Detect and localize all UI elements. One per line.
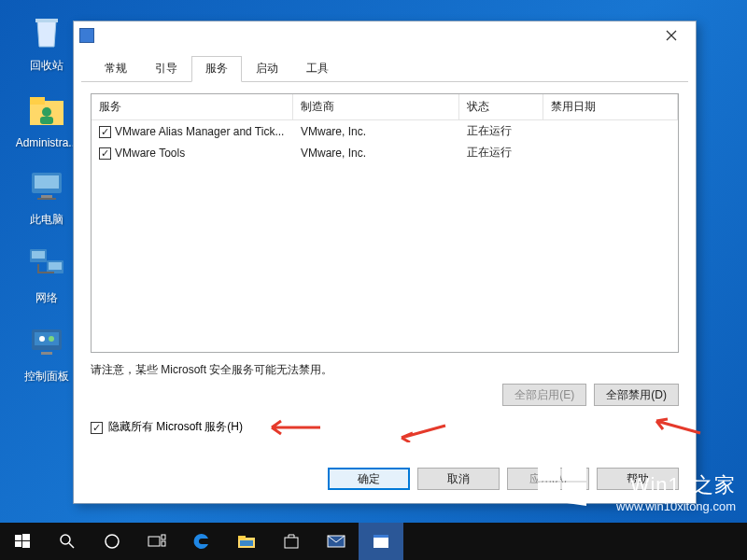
svg-rect-11 xyxy=(49,262,62,270)
list-header: 服务 制造商 状态 禁用日期 xyxy=(92,94,678,120)
svg-rect-5 xyxy=(35,175,59,189)
col-service[interactable]: 服务 xyxy=(92,94,293,119)
service-row[interactable]: VMware Tools VMware, Inc. 正在运行 xyxy=(92,142,678,163)
cancel-button[interactable]: 取消 xyxy=(417,468,500,490)
svg-rect-23 xyxy=(15,535,21,540)
taskbar-store[interactable] xyxy=(269,523,314,560)
svg-rect-15 xyxy=(35,332,59,345)
hide-ms-checkbox[interactable] xyxy=(91,422,103,434)
service-manufacturer: VMware, Inc. xyxy=(293,144,459,162)
watermark: Win10之家 www.win10xitong.com xyxy=(616,471,736,513)
note-text: 请注意，某些 Microsoft 安全服务可能无法禁用。 xyxy=(91,362,679,378)
folder-icon xyxy=(237,534,256,549)
service-checkbox[interactable] xyxy=(99,126,111,138)
tab-content: 服务 制造商 状态 禁用日期 VMware Alias Manager and … xyxy=(74,82,696,444)
taskbar-edge[interactable] xyxy=(179,523,224,560)
service-disabled-date xyxy=(543,150,678,156)
svg-rect-29 xyxy=(148,537,160,546)
service-name: VMware Tools xyxy=(115,147,185,160)
svg-rect-31 xyxy=(162,541,165,546)
taskbar-taskview[interactable] xyxy=(134,523,179,560)
user-folder-icon xyxy=(24,88,69,133)
svg-rect-30 xyxy=(162,535,165,539)
store-icon xyxy=(283,533,300,550)
taskbar-explorer[interactable] xyxy=(224,523,269,560)
taskbar-search[interactable] xyxy=(45,523,90,560)
svg-point-17 xyxy=(49,336,54,342)
control-panel-icon xyxy=(24,320,69,365)
svg-rect-3 xyxy=(40,117,53,124)
svg-rect-26 xyxy=(22,541,30,548)
svg-rect-10 xyxy=(32,251,45,259)
service-manufacturer: VMware, Inc. xyxy=(293,122,459,141)
svg-marker-20 xyxy=(562,457,586,481)
edge-icon xyxy=(192,532,211,551)
svg-point-27 xyxy=(61,535,70,544)
col-manufacturer[interactable]: 制造商 xyxy=(293,94,459,119)
msconfig-dialog: 常规 引导 服务 启动 工具 服务 制造商 状态 禁用日期 VMware Ali… xyxy=(73,21,697,504)
svg-rect-24 xyxy=(22,534,30,540)
windows-icon xyxy=(14,533,31,550)
svg-rect-33 xyxy=(238,536,246,539)
close-icon xyxy=(666,30,677,41)
services-list[interactable]: 服务 制造商 状态 禁用日期 VMware Alias Manager and … xyxy=(91,93,679,353)
taskbar-mail[interactable] xyxy=(314,523,359,560)
watermark-url: www.win10xitong.com xyxy=(616,499,736,513)
svg-marker-19 xyxy=(538,461,560,481)
computer-icon xyxy=(24,163,69,208)
svg-point-16 xyxy=(39,336,45,342)
svg-point-28 xyxy=(106,535,119,548)
svg-rect-7 xyxy=(37,198,56,200)
tab-startup[interactable]: 启动 xyxy=(242,56,292,82)
svg-rect-35 xyxy=(285,538,298,548)
mail-icon xyxy=(327,535,345,548)
taskview-icon xyxy=(148,534,166,549)
svg-rect-18 xyxy=(41,352,52,355)
taskbar[interactable] xyxy=(0,523,747,560)
taskbar-cortana[interactable] xyxy=(90,523,134,560)
tab-services[interactable]: 服务 xyxy=(191,56,242,82)
service-status: 正在运行 xyxy=(459,120,543,142)
disable-all-button[interactable]: 全部禁用(D) xyxy=(594,384,679,406)
tab-bar: 常规 引导 服务 启动 工具 xyxy=(81,49,688,82)
svg-point-2 xyxy=(42,107,51,117)
service-status: 正在运行 xyxy=(459,142,543,163)
svg-rect-25 xyxy=(15,541,21,547)
svg-rect-13 xyxy=(37,272,54,273)
svg-rect-1 xyxy=(30,97,45,105)
watermark-brand: Win10之家 xyxy=(616,471,736,499)
col-disabled-date[interactable]: 禁用日期 xyxy=(543,94,678,119)
windows-logo-icon xyxy=(536,455,588,508)
service-checkbox[interactable] xyxy=(99,147,111,160)
hide-ms-row[interactable]: 隐藏所有 Microsoft 服务(H) xyxy=(91,419,679,435)
service-row[interactable]: VMware Alias Manager and Tick... VMware,… xyxy=(92,120,678,142)
app-icon xyxy=(79,28,94,43)
search-icon xyxy=(59,533,76,550)
tab-tools[interactable]: 工具 xyxy=(292,56,343,82)
tab-boot[interactable]: 引导 xyxy=(141,56,191,82)
window-icon xyxy=(373,534,389,549)
svg-marker-21 xyxy=(538,483,560,502)
recycle-bin-icon xyxy=(24,9,69,54)
enable-all-button[interactable]: 全部启用(E) xyxy=(502,384,586,406)
svg-rect-6 xyxy=(41,195,52,198)
tab-general[interactable]: 常规 xyxy=(91,56,141,82)
svg-marker-22 xyxy=(562,483,586,506)
service-disabled-date xyxy=(543,129,678,134)
service-name: VMware Alias Manager and Tick... xyxy=(115,125,284,138)
network-icon xyxy=(24,242,69,287)
svg-rect-34 xyxy=(240,540,253,546)
hide-ms-label: 隐藏所有 Microsoft 服务(H) xyxy=(108,419,243,435)
taskbar-msconfig[interactable] xyxy=(359,523,403,560)
ok-button[interactable]: 确定 xyxy=(328,468,410,490)
titlebar[interactable] xyxy=(74,21,696,49)
close-button[interactable] xyxy=(653,22,690,49)
cortana-icon xyxy=(104,533,120,550)
start-button[interactable] xyxy=(0,523,45,560)
col-status[interactable]: 状态 xyxy=(459,94,543,119)
svg-rect-38 xyxy=(374,535,388,538)
